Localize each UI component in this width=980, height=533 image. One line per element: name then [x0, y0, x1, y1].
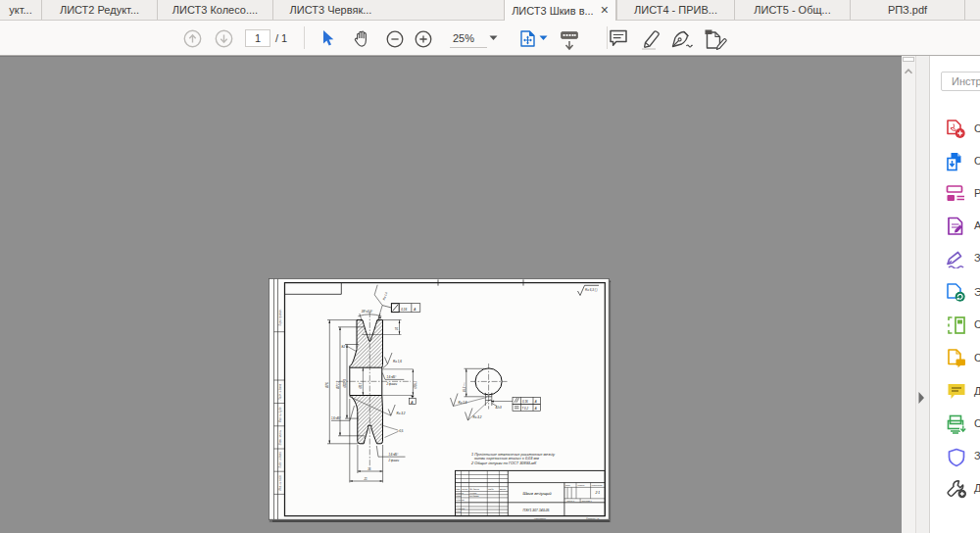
svg-text:А: А — [534, 407, 537, 411]
svg-text:Т.контр.: Т.контр. — [456, 499, 466, 501]
svg-text:Т 0,2: Т 0,2 — [522, 407, 529, 411]
svg-text:1,6×45°: 1,6×45° — [387, 375, 398, 379]
svg-text:Лист: Лист — [461, 488, 467, 490]
svg-text:Взам. инв.№: Взам. инв.№ — [278, 430, 282, 446]
svg-text:Перв. примен.: Перв. примен. — [278, 309, 282, 326]
svg-text:Масса: Масса — [578, 484, 586, 486]
svg-text:Ra 1,6: Ra 1,6 — [393, 360, 402, 363]
svg-text:Сидоров: Сидоров — [469, 495, 479, 497]
svg-text:1,6×45°: 1,6×45° — [331, 416, 342, 420]
svg-text:2:1: 2:1 — [595, 491, 601, 495]
svg-text:А: А — [413, 308, 416, 312]
svg-text:А: А — [534, 400, 537, 404]
svg-text:Формат A3: Формат A3 — [586, 517, 600, 520]
svg-text:Ø76: Ø76 — [325, 382, 329, 389]
svg-text:Жуков: Жуков — [468, 492, 477, 494]
svg-text:Разраб.: Разраб. — [456, 492, 465, 494]
svg-text:16: 16 — [368, 467, 371, 471]
svg-text:2 фаски: 2 фаски — [388, 459, 400, 462]
svg-text:Листов 1: Листов 1 — [581, 500, 593, 502]
svg-text:Изм: Изм — [456, 488, 461, 490]
svg-text:Н.контр.: Н.контр. — [456, 508, 466, 509]
svg-text:38°±0,5°: 38°±0,5° — [362, 310, 373, 314]
svg-text:0,16: 0,16 — [401, 308, 407, 312]
svg-text:10: 10 — [395, 326, 399, 330]
svg-text:Подп. и дата: Подп. и дата — [278, 383, 282, 400]
svg-text:Подп.: Подп. — [488, 488, 494, 490]
svg-text:Масштаб: Масштаб — [592, 484, 603, 486]
svg-text:Лист 1: Лист 1 — [566, 500, 576, 502]
svg-text:2 Общие допуски по ГОСТ 30893-: 2 Общие допуски по ГОСТ 30893-мК — [470, 460, 537, 465]
svg-text:Ø16,1: Ø16,1 — [414, 380, 417, 389]
svg-text:Утв.: Утв. — [456, 510, 462, 512]
svg-text:Ø17: Ø17 — [359, 382, 363, 389]
svg-text:Ø71,3: Ø71,3 — [336, 380, 340, 390]
svg-text:Дата: Дата — [499, 488, 507, 490]
svg-text:Ra 3,2: Ra 3,2 — [473, 415, 482, 419]
svg-text:Лит.: Лит. — [564, 484, 571, 486]
svg-text:Подп. и дата: Подп. и дата — [278, 452, 282, 468]
svg-text:Инв. № дубл.: Инв. № дубл. — [278, 407, 282, 422]
svg-text:Ra 3,2: Ra 3,2 — [397, 412, 406, 415]
svg-text:2 фаски: 2 фаски — [386, 382, 398, 386]
svg-text:Пров.: Пров. — [456, 495, 462, 497]
svg-text:Копировал: Копировал — [534, 517, 547, 520]
svg-text:№ докум.: № докум. — [469, 488, 479, 490]
svg-text:Б2: Б2 — [342, 345, 346, 349]
svg-text:18,3⁺⁰·²: 18,3⁺⁰·² — [463, 382, 466, 392]
svg-text:Шкив ведущий: Шкив ведущий — [522, 491, 552, 496]
svg-text:Инв. № подл.: Инв. № подл. — [278, 474, 282, 490]
svg-text:Ra 6,3 ( ): Ra 6,3 ( ) — [585, 288, 598, 292]
svg-text:0,16: 0,16 — [522, 400, 528, 404]
svg-text:4Js9: 4Js9 — [496, 406, 502, 410]
svg-text:Ø32,3: Ø32,3 — [343, 379, 347, 389]
svg-text:r0,5: r0,5 — [399, 429, 404, 433]
svg-text:1,6×45°: 1,6×45° — [389, 453, 400, 457]
svg-text:ПЭУ1.307.143-05: ПЭУ1.307.143-05 — [523, 509, 550, 512]
svg-text:Ra 1,6: Ra 1,6 — [459, 401, 467, 405]
svg-text:21: 21 — [364, 477, 368, 481]
